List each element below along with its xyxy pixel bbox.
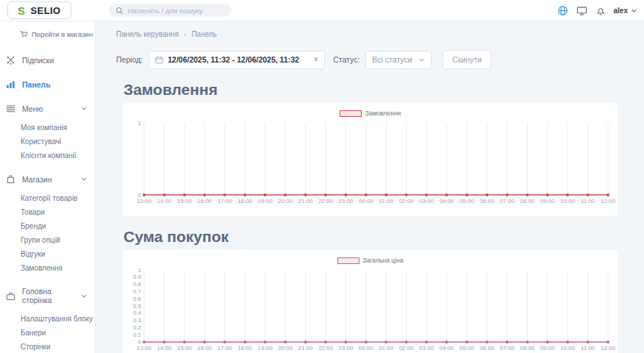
svg-text:08:00: 08:00 (520, 345, 535, 352)
orders-chart-card: Замовлення 13:0014:0015:0016:0017:0018:0… (123, 103, 618, 216)
reset-button[interactable]: Скинути (443, 50, 491, 69)
sidebar: Перейти в магазин ПідпискиПанельМенюМоя … (0, 21, 96, 353)
chart-legend[interactable]: Замовлення (123, 109, 618, 118)
homepage-icon (6, 291, 15, 301)
period-date-range-input[interactable]: × (149, 51, 325, 69)
svg-text:00:00: 00:00 (359, 198, 374, 204)
breadcrumb-item[interactable]: Панель керування (116, 30, 179, 38)
logo[interactable]: S SELIO (7, 1, 71, 19)
svg-text:06:00: 06:00 (479, 198, 495, 204)
sidebar-subitem[interactable]: Налаштування блоку (21, 312, 95, 326)
svg-text:16:00: 16:00 (197, 198, 212, 204)
sidebar-subitem[interactable]: Користувачі (21, 135, 95, 149)
svg-text:22:00: 22:00 (318, 198, 334, 204)
svg-text:16:00: 16:00 (197, 345, 212, 352)
sidebar-subitem[interactable]: Категорії товарів (21, 191, 95, 205)
purchases-chart-card: Загальна ціна 13:0014:0015:0016:0017:001… (123, 250, 618, 353)
sidebar-item-label: Підписки (22, 56, 87, 65)
sidebar-subitem[interactable]: Бренди (21, 219, 95, 233)
monitor-icon[interactable] (576, 5, 587, 16)
filter-bar: Період: × Статус: Всі статуси (116, 50, 618, 69)
purchases-chart-title: Сума покупок (124, 228, 618, 246)
calendar-icon (155, 56, 163, 64)
legend-swatch (340, 110, 362, 117)
svg-text:11:00: 11:00 (581, 198, 595, 204)
chevron-down-icon (631, 7, 637, 14)
svg-text:23:00: 23:00 (338, 198, 354, 204)
sidebar-item-dashboard[interactable]: Панель (0, 72, 95, 96)
svg-text:0.3: 0.3 (133, 317, 142, 324)
svg-text:10:00: 10:00 (560, 345, 576, 352)
svg-text:15:00: 15:00 (177, 198, 193, 204)
svg-text:02:00: 02:00 (399, 198, 415, 204)
svg-text:18:00: 18:00 (237, 198, 253, 204)
svg-text:14:00: 14:00 (157, 198, 172, 204)
go-to-store-link[interactable]: Перейти в магазин (0, 30, 95, 38)
sidebar-subitem[interactable]: Замовлення (21, 261, 95, 275)
svg-text:11:00: 11:00 (581, 345, 595, 352)
user-name: alex (614, 7, 628, 15)
svg-text:20:00: 20:00 (278, 198, 293, 204)
svg-text:06:00: 06:00 (479, 345, 495, 352)
svg-text:14:00: 14:00 (157, 345, 172, 352)
sidebar-subitem[interactable]: Моя компанія (21, 121, 95, 135)
status-filter: Статус: Всі статуси (333, 51, 432, 69)
svg-text:0.2: 0.2 (133, 324, 142, 331)
svg-text:08:00: 08:00 (520, 198, 535, 204)
svg-text:19:00: 19:00 (258, 198, 273, 204)
svg-text:10:00: 10:00 (560, 198, 576, 204)
svg-text:17:00: 17:00 (218, 198, 233, 204)
legend-label: Загальна ціна (363, 257, 404, 264)
top-header: S SELIO alex (0, 0, 644, 21)
chevron-down-icon (81, 105, 87, 112)
svg-text:1: 1 (138, 120, 142, 126)
bell-icon[interactable] (595, 5, 606, 16)
logo-text: SELIO (30, 5, 60, 16)
sidebar-subitem[interactable]: Групи опцій (21, 233, 95, 247)
search-input[interactable] (128, 7, 225, 15)
svg-text:19:00: 19:00 (258, 345, 273, 352)
chart-legend[interactable]: Загальна ціна (123, 256, 618, 265)
svg-text:21:00: 21:00 (298, 198, 313, 204)
sidebar-subitem[interactable]: Відгуки (21, 247, 95, 261)
sidebar-subitem[interactable]: Клієнти компанії (21, 149, 95, 163)
sidebar-subitem[interactable]: Товари (21, 205, 95, 219)
status-select[interactable]: Всі статуси (365, 51, 432, 69)
period-label: Період: (116, 55, 143, 64)
sidebar-item-store[interactable]: Магазин (0, 167, 95, 191)
svg-text:03:00: 03:00 (419, 198, 434, 204)
svg-text:12:00: 12:00 (601, 198, 616, 204)
language-globe-icon[interactable] (557, 5, 568, 16)
svg-text:07:00: 07:00 (500, 198, 515, 204)
breadcrumb-separator: › (184, 30, 186, 38)
svg-text:09:00: 09:00 (540, 345, 556, 352)
subscriptions-icon (6, 55, 15, 65)
svg-text:23:00: 23:00 (338, 345, 354, 352)
clear-icon[interactable]: × (313, 55, 318, 64)
period-value[interactable] (168, 55, 309, 64)
svg-text:22:00: 22:00 (318, 345, 334, 352)
svg-text:05:00: 05:00 (459, 198, 475, 204)
dashboard-icon (6, 79, 15, 89)
breadcrumb: Панель керування › Панель (116, 30, 618, 38)
sidebar-item-label: Меню (22, 104, 74, 113)
breadcrumb-item[interactable]: Панель (191, 30, 217, 38)
svg-text:20:00: 20:00 (278, 345, 293, 352)
sidebar-subitems: Налаштування блокуБанериСторінкиНовини/Б… (0, 312, 95, 353)
sidebar-subitem[interactable]: Сторінки (21, 340, 95, 353)
svg-text:S: S (18, 5, 26, 16)
legend-swatch (337, 257, 359, 264)
user-menu[interactable]: alex (614, 7, 637, 15)
svg-text:04:00: 04:00 (439, 198, 454, 204)
svg-text:09:00: 09:00 (540, 198, 556, 204)
svg-text:03:00: 03:00 (419, 345, 434, 352)
svg-text:0.9: 0.9 (133, 274, 142, 280)
svg-text:0.5: 0.5 (133, 303, 142, 310)
sidebar-item-homepage[interactable]: Головна сторінка (0, 279, 95, 312)
sidebar-nav: ПідпискиПанельМенюМоя компаніяКористувач… (0, 48, 95, 353)
sidebar-subitem[interactable]: Банери (21, 326, 95, 340)
chevron-down-icon (81, 293, 87, 299)
sidebar-item-menu[interactable]: Меню (0, 96, 95, 121)
svg-text:13:00: 13:00 (137, 198, 152, 204)
sidebar-item-subscriptions[interactable]: Підписки (0, 48, 95, 72)
